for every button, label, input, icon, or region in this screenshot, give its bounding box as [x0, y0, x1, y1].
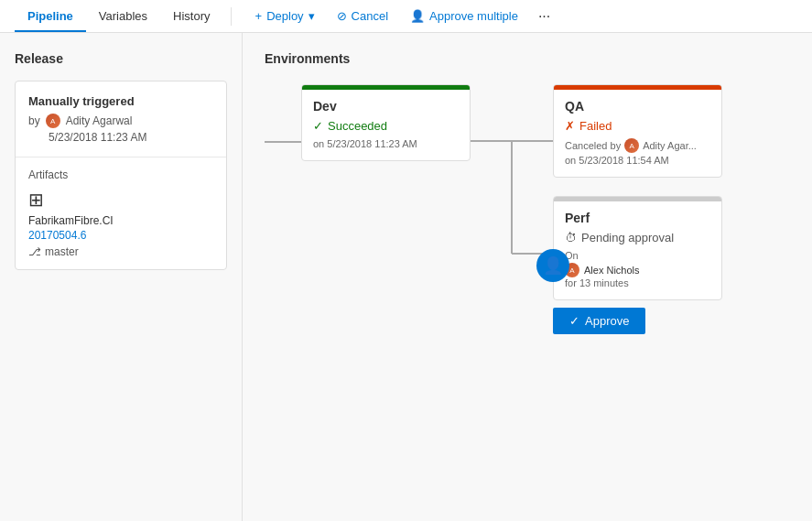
dev-status-text: Succeeded: [328, 119, 387, 133]
perf-card-body: Perf ⏱ Pending approval On A: [554, 201, 721, 299]
qa-status-text: Failed: [579, 119, 612, 133]
nav-actions: + Deploy ▾ ⊘ Cancel 👤 Approve multiple ·…: [246, 5, 558, 28]
approval-person-row: A Alex Nichols: [565, 263, 710, 277]
perf-status-text: Pending approval: [581, 231, 674, 244]
release-panel-title: Release: [15, 51, 227, 66]
canceler-avatar: A: [624, 138, 639, 153]
release-card-top: Manually triggered by A Adity Agarwal 5/…: [16, 81, 226, 157]
by-text: by: [28, 114, 40, 127]
dev-env-status: ✓ Succeeded: [313, 119, 459, 133]
approve-check-icon: ✓: [569, 314, 579, 328]
perf-env-name: Perf: [565, 211, 710, 225]
more-options-button[interactable]: ···: [531, 5, 558, 28]
deploy-button[interactable]: + Deploy ▾: [246, 5, 324, 27]
author-name: Adity Agarwal: [66, 114, 133, 127]
artifacts-label: Artifacts: [28, 168, 213, 181]
app-root: Pipeline Variables History + Deploy ▾ ⊘ …: [0, 0, 812, 521]
release-date: 5/23/2018 11:23 AM: [49, 131, 213, 144]
on-label: On: [565, 250, 710, 261]
dev-card-body: Dev ✓ Succeeded on 5/23/2018 11:23 AM: [302, 90, 470, 160]
top-nav: Pipeline Variables History + Deploy ▾ ⊘ …: [0, 0, 812, 33]
qa-env-status: ✗ Failed: [565, 119, 710, 133]
right-panel: Environments Dev ✓ Succeeded: [243, 33, 812, 521]
cancel-button[interactable]: ⊘ Cancel: [328, 5, 397, 27]
cancel-icon: ⊘: [337, 9, 347, 23]
person-approval-icon: 👤: [543, 255, 563, 276]
env-card-dev: Dev ✓ Succeeded on 5/23/2018 11:23 AM: [301, 84, 471, 161]
qa-canceled-by: Canceled by A Adity Agar...: [565, 138, 710, 153]
chevron-down-icon: ▾: [309, 9, 315, 23]
approve-multiple-button[interactable]: 👤 Approve multiple: [401, 5, 527, 27]
pipeline-area: Dev ✓ Succeeded on 5/23/2018 11:23 AM: [265, 84, 790, 334]
branch-name: master: [45, 245, 79, 258]
plus-icon: +: [255, 9, 263, 23]
approver-name: Alex Nichols: [584, 265, 640, 276]
environments-title: Environments: [265, 51, 790, 66]
tab-history[interactable]: History: [160, 2, 222, 32]
qa-card-body: QA ✗ Failed Canceled by A Adity Agar... …: [554, 90, 721, 177]
x-icon: ✗: [565, 119, 575, 133]
person-icon: 👤: [410, 9, 425, 23]
env-card-perf: Perf ⏱ Pending approval On A: [553, 196, 722, 300]
artifact-name: FabrikamFibre.CI: [28, 214, 213, 227]
main-content: Release Manually triggered by A Adity Ag…: [0, 33, 812, 521]
env-card-qa: QA ✗ Failed Canceled by A Adity Agar... …: [553, 84, 722, 178]
dev-env-wrapper: Dev ✓ Succeeded on 5/23/2018 11:23 AM: [301, 84, 471, 161]
check-icon: ✓: [313, 119, 323, 133]
connector-line-left: [265, 141, 301, 143]
author-avatar: A: [46, 114, 60, 128]
tab-variables[interactable]: Variables: [86, 2, 160, 32]
release-card: Manually triggered by A Adity Agarwal 5/…: [15, 81, 227, 270]
canceler-name: Adity Agar...: [643, 140, 697, 151]
clock-icon: ⏱: [565, 231, 577, 244]
qa-env-name: QA: [565, 99, 710, 114]
trigger-label: Manually triggered: [28, 94, 213, 108]
approve-button[interactable]: ✓ Approve: [553, 308, 645, 334]
perf-env-wrapper: 👤 Perf ⏱ Pending approval: [553, 196, 722, 334]
canceled-by-label: Canceled by: [565, 140, 621, 151]
approve-area: ✓ Approve: [553, 308, 722, 334]
branch-icon: ⎇: [28, 245, 41, 258]
dev-env-date: on 5/23/2018 11:23 AM: [313, 138, 459, 149]
perf-env-status: ⏱ Pending approval: [565, 231, 710, 244]
right-env-col: QA ✗ Failed Canceled by A Adity Agar... …: [553, 84, 722, 334]
dev-env-name: Dev: [313, 99, 459, 114]
approve-label: Approve: [585, 314, 629, 328]
artifact-version[interactable]: 20170504.6: [28, 229, 213, 242]
nav-divider: [231, 7, 232, 26]
left-panel: Release Manually triggered by A Adity Ag…: [0, 33, 243, 521]
release-by: by A Adity Agarwal: [28, 114, 213, 128]
pending-approval-circle: 👤: [536, 249, 569, 282]
tab-pipeline[interactable]: Pipeline: [15, 2, 86, 32]
qa-env-date: on 5/23/2018 11:54 AM: [565, 155, 710, 166]
artifact-icon: ⊞: [28, 189, 213, 211]
artifact-branch: ⎇ master: [28, 245, 213, 258]
for-label: for 13 minutes: [565, 277, 710, 288]
release-card-bottom: Artifacts ⊞ FabrikamFibre.CI 20170504.6 …: [16, 157, 226, 269]
